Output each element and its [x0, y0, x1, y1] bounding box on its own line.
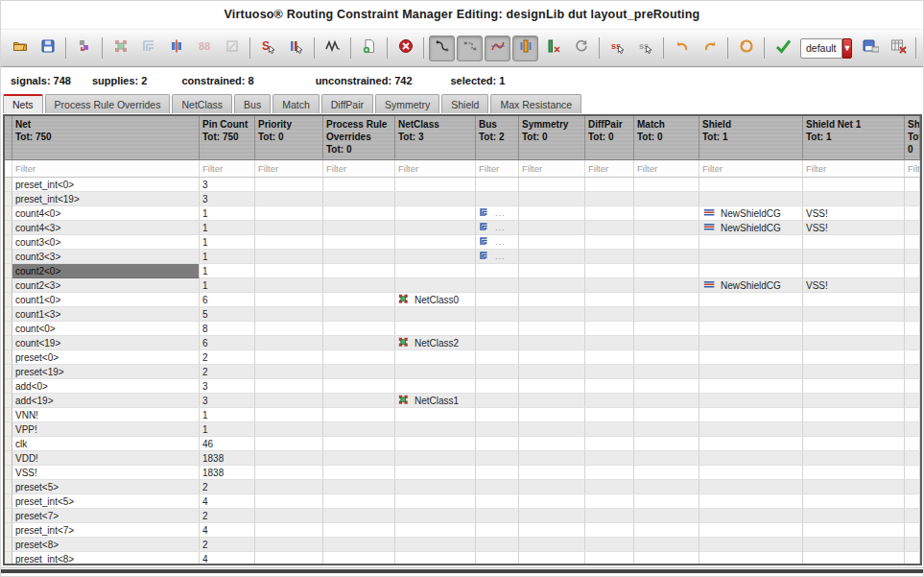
cell-pro[interactable]: [323, 437, 395, 451]
cell-pro[interactable]: [323, 264, 395, 278]
cell-symmetry[interactable]: [519, 178, 585, 192]
cell-net[interactable]: count2<0>: [12, 264, 200, 278]
filter-input-pin[interactable]: Filter: [200, 160, 255, 177]
cell-netclass[interactable]: [395, 307, 476, 322]
cell-priority[interactable]: [255, 379, 323, 394]
cell-netclass[interactable]: [395, 235, 476, 250]
cell-priority[interactable]: [255, 264, 323, 278]
cell-shield_net1[interactable]: [803, 466, 905, 480]
cell-diffpair[interactable]: [585, 538, 634, 552]
cell-bus[interactable]: ...: [476, 206, 519, 221]
bus-create-button[interactable]: [135, 36, 161, 61]
cell-pin[interactable]: 3: [200, 379, 255, 394]
cell-pin[interactable]: 1: [200, 221, 255, 235]
cell-diffpair[interactable]: [585, 192, 634, 206]
cell-extra[interactable]: [905, 192, 920, 206]
cell-match[interactable]: [634, 278, 699, 293]
cell-shield[interactable]: [699, 552, 803, 565]
cell-netclass[interactable]: [395, 466, 476, 480]
cell-pro[interactable]: [323, 480, 395, 494]
cell-shield[interactable]: [699, 480, 803, 494]
cell-extra[interactable]: [905, 552, 920, 565]
cell-symmetry[interactable]: [519, 523, 585, 538]
cell-bus[interactable]: [476, 192, 519, 206]
cell-symmetry[interactable]: [519, 552, 585, 565]
cell-netclass[interactable]: [395, 278, 476, 293]
cell-pro[interactable]: [323, 221, 395, 235]
cell-match[interactable]: [634, 293, 699, 307]
cell-shield[interactable]: NewShieldCG: [699, 221, 803, 235]
filter-input-net[interactable]: Filter: [12, 160, 200, 177]
column-header-pro[interactable]: Process Rule OverridesTot: 0: [323, 116, 395, 159]
cell-priority[interactable]: [255, 178, 323, 192]
cell-net[interactable]: preset<8>: [12, 538, 200, 552]
cell-match[interactable]: [634, 437, 699, 451]
cell-netclass[interactable]: [395, 350, 476, 365]
cell-bus[interactable]: [476, 523, 519, 538]
cell-netclass[interactable]: [395, 192, 476, 206]
cell-symmetry[interactable]: [519, 278, 585, 293]
cell-priority[interactable]: [255, 509, 323, 523]
filter-input-match[interactable]: Filter: [634, 160, 699, 177]
cell-pro[interactable]: [323, 466, 395, 480]
cell-extra[interactable]: [905, 509, 920, 523]
cell-match[interactable]: [634, 394, 699, 408]
cell-pin[interactable]: 8: [200, 322, 255, 336]
cell-extra[interactable]: [905, 480, 920, 494]
cell-pro[interactable]: [323, 192, 395, 206]
cell-shield_net1[interactable]: VSS!: [803, 206, 905, 221]
cell-bus[interactable]: [476, 293, 519, 307]
cell-match[interactable]: [634, 538, 699, 552]
cell-shield_net1[interactable]: [803, 437, 905, 451]
cell-symmetry[interactable]: [519, 192, 585, 206]
cell-symmetry[interactable]: [519, 394, 585, 408]
cell-pin[interactable]: 1: [200, 250, 255, 264]
cell-symmetry[interactable]: [519, 206, 585, 221]
cell-shield[interactable]: [699, 437, 803, 451]
cell-symmetry[interactable]: [519, 422, 585, 437]
cell-shield_net1[interactable]: [803, 523, 905, 538]
tab-netclass[interactable]: NetClass: [172, 94, 232, 113]
cell-shield_net1[interactable]: [803, 394, 905, 408]
cell-net[interactable]: preset<19>: [12, 365, 200, 379]
cell-net[interactable]: preset_int<0>: [12, 178, 200, 192]
cell-symmetry[interactable]: [519, 509, 585, 523]
cell-bus[interactable]: [476, 451, 519, 466]
cell-netclass[interactable]: [395, 451, 476, 466]
cell-shield[interactable]: [699, 336, 803, 350]
analog-constraints-button[interactable]: [485, 36, 510, 61]
cell-bus[interactable]: [476, 538, 519, 552]
cell-shield_net1[interactable]: [803, 235, 905, 250]
cell-match[interactable]: [634, 408, 699, 422]
cell-match[interactable]: [634, 206, 699, 221]
cell-match[interactable]: [634, 192, 699, 206]
cell-priority[interactable]: [255, 408, 323, 422]
cell-shield_net1[interactable]: [803, 250, 905, 264]
cell-pro[interactable]: [323, 422, 395, 437]
cell-shield_net1[interactable]: [803, 451, 905, 466]
show-flightlines-button[interactable]: [429, 36, 455, 61]
cell-bus[interactable]: [476, 322, 519, 336]
cell-diffpair[interactable]: [585, 235, 634, 250]
cell-shield_net1[interactable]: VSS!: [803, 278, 905, 293]
cell-pin[interactable]: 5: [200, 307, 255, 322]
cell-symmetry[interactable]: [519, 538, 585, 552]
cell-net[interactable]: add<0>: [12, 379, 200, 394]
cell-diffpair[interactable]: [585, 552, 634, 565]
cell-pin[interactable]: 46: [200, 437, 255, 451]
redo-button[interactable]: [697, 36, 723, 61]
cell-pin[interactable]: 2: [200, 350, 255, 365]
cell-extra[interactable]: [905, 394, 920, 408]
cell-bus[interactable]: [476, 365, 519, 379]
cell-shield[interactable]: [699, 466, 803, 480]
deselect-nets-button[interactable]: ss: [632, 36, 658, 61]
cell-net[interactable]: count1<0>: [12, 293, 200, 307]
filter-input-diffpair[interactable]: Filter: [585, 160, 634, 177]
match-create-button[interactable]: [219, 36, 245, 61]
filter-input-shield[interactable]: Filter: [699, 160, 803, 177]
cell-shield_net1[interactable]: [803, 365, 905, 379]
cell-diffpair[interactable]: [585, 307, 634, 322]
cell-shield[interactable]: [699, 394, 803, 408]
cell-priority[interactable]: [255, 293, 323, 307]
cell-extra[interactable]: [905, 336, 920, 350]
